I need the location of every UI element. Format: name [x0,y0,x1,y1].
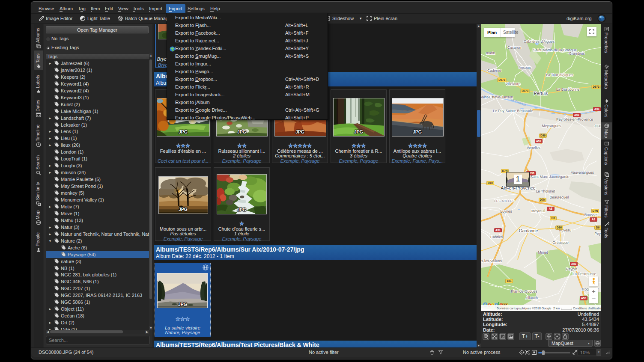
svg-text:Peyrolles-en-Provence: Peyrolles-en-Provence [556,117,593,122]
svg-text:Saint-Marc-Jaumegarde: Saint-Marc-Jaumegarde [530,175,569,179]
svg-text:La Destrousse: La Destrousse [573,272,596,276]
svg-text:Venelles: Venelles [527,145,540,150]
svg-text:A51: A51 [495,228,501,231]
svg-text:Cabriès: Cabriès [490,235,503,239]
svg-text:Beaurecueil: Beaurecueil [550,195,569,199]
svg-text:A51: A51 [574,113,579,116]
svg-text:Peyn: Peyn [594,231,601,236]
svg-text:Gardanne: Gardanne [519,228,538,233]
svg-text:Cucuron: Cucuron [507,45,521,50]
svg-text:s-les-Vallons: s-les-Vallons [481,259,502,263]
svg-text:Mimet: Mimet [538,250,548,255]
svg-text:Grambois: Grambois [569,51,585,56]
svg-text:Pertuis: Pertuis [534,91,548,96]
svg-text:Gréasque: Gréasque [552,240,569,245]
svg-text:D96: D96 [557,226,562,229]
svg-text:Meyreuil: Meyreuil [531,209,545,213]
svg-text:Vauvenargues: Vauvenargues [571,170,594,175]
svg-text:La Bastidonne: La Bastidonne [556,87,580,92]
svg-text:D973: D973 [522,89,528,92]
svg-text:A51: A51 [536,139,541,142]
svg-text:Jouqu: Jouqu [593,124,601,128]
svg-text:D973: D973 [593,85,599,88]
svg-text:D10: D10 [488,181,493,184]
svg-text:A52: A52 [571,262,576,265]
svg-text:D6: D6 [596,226,600,229]
svg-text:D7N: D7N [592,209,598,212]
svg-text:Plan-de-Cuques: Plan-de-Cuques [511,289,537,294]
svg-text:13E: 13E [507,279,512,282]
svg-text:Ansouis: Ansouis [519,65,531,70]
svg-text:Cabrières-d'Aigues: Cabrières-d'Aigues [524,39,555,44]
svg-text:Rousset: Rousset [584,213,598,217]
svg-text:D7N: D7N [540,198,545,201]
svg-text:A8: A8 [549,207,553,210]
svg-text:LES MILLES: LES MILLES [494,199,515,202]
svg-text:D96: D96 [540,134,546,137]
svg-text:Meyrargues: Meyrargues [542,124,561,128]
svg-text:Saint-Estève-Janson: Saint-Estève-Janson [481,95,513,99]
svg-text:A8: A8 [592,218,596,221]
svg-text:Peypin: Peypin [566,267,577,271]
svg-text:La Tour-d'Aigues: La Tour-d'Aigues [546,73,573,77]
svg-text:A52: A52 [581,297,586,300]
svg-text:Villelaure: Villelaure [506,82,521,86]
svg-text:D973: D973 [498,78,505,81]
svg-text:Le Tholonet: Le Tholonet [536,189,555,193]
svg-text:D6: D6 [552,217,555,220]
svg-text:Cadenet: Cadenet [487,68,501,73]
svg-text:Allauch: Allauch [526,296,538,300]
svg-text:Luynes: Luynes [500,209,512,214]
svg-text:marin: marin [486,51,495,55]
svg-text:A51: A51 [594,107,599,110]
svg-text:Le Puy-Sainte-Réparade: Le Puy-Sainte-Réparade [493,109,533,113]
